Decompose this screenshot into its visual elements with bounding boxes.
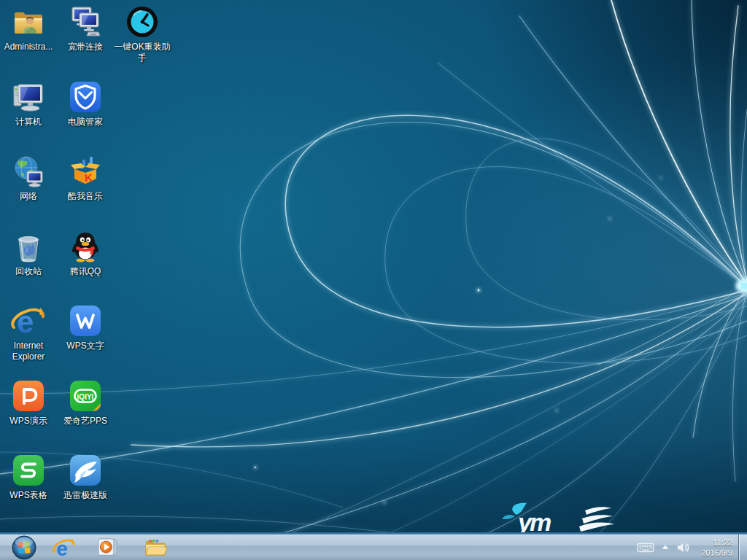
tray-clock[interactable]: 11:22 2016/9/9	[701, 537, 732, 558]
desktop-icon-label: Internet Explorer	[0, 341, 57, 362]
desktop-icon-label: 电脑管家	[68, 117, 103, 128]
ylmf-watermark-logo-icon: ym	[500, 502, 632, 537]
tray-time: 11:22	[701, 537, 732, 548]
taskbar-item-internet-explorer[interactable]: e	[48, 534, 80, 560]
show-hidden-icons-button[interactable]	[661, 544, 670, 551]
keyboard-icon	[637, 541, 654, 554]
desktop-background[interactable]: ym Administra...	[0, 0, 747, 560]
taskbar-item-windows-explorer[interactable]	[139, 534, 171, 560]
desktop-icon-onekey-ok-reinstall-assistant[interactable]: 一键OK重装助手	[114, 4, 171, 63]
desktop-icon-label: 一键OK重装助手	[114, 42, 171, 63]
tray-date: 2016/9/9	[701, 548, 732, 558]
svg-text:ym: ym	[516, 508, 551, 534]
wps-spreadsheet-icon	[11, 453, 46, 488]
iqiyi-pps-icon: iQIYI	[68, 378, 103, 413]
qq-penguin-icon	[68, 229, 103, 264]
desktop-icon-pc-manager[interactable]: 电脑管家	[57, 79, 114, 128]
user-folder-icon	[11, 4, 46, 39]
start-button[interactable]	[7, 534, 41, 560]
desktop-icon-recycle-bin[interactable]: 回收站	[0, 229, 57, 277]
desktop-icon-label: WPS文字	[66, 341, 104, 351]
desktop-icon-thunder[interactable]: 迅雷极速版	[57, 453, 114, 501]
desktop-icon-label: 爱奇艺PPS	[63, 416, 107, 427]
taskbar: e	[0, 532, 747, 560]
computer-icon	[11, 79, 46, 114]
desktop-icon-administrator[interactable]: Administra...	[0, 4, 57, 52]
show-desktop-button[interactable]	[738, 534, 747, 560]
desktop-icon-label: 腾讯QQ	[70, 266, 101, 277]
svg-text:K: K	[85, 171, 93, 184]
volume-button[interactable]	[676, 542, 692, 553]
desktop-icon-network[interactable]: 网络	[0, 154, 57, 202]
network-globe-icon	[11, 154, 46, 189]
desktop-icon-label: WPS表格	[9, 490, 47, 501]
speaker-volume-icon	[676, 542, 692, 553]
desktop-icon-label: 计算机	[15, 117, 42, 128]
desktop-icon-label: WPS演示	[9, 416, 47, 427]
internet-explorer-icon: e	[53, 536, 76, 559]
windows-media-player-icon	[96, 536, 119, 559]
desktop-icon-kuwo-music[interactable]: K 酷我音乐	[57, 154, 114, 202]
desktop-icon-label: 迅雷极速版	[63, 490, 107, 501]
pc-manager-shield-icon	[68, 79, 103, 114]
desktop-icon-label: 酷我音乐	[68, 191, 103, 202]
desktop-icon-wps-spreadsheet[interactable]: WPS表格	[0, 453, 57, 501]
show-hidden-icons-arrow-icon	[661, 544, 670, 551]
desktop-icon-label: 回收站	[15, 266, 42, 277]
desktop-icon-broadband-connection[interactable]: 宽带连接	[57, 4, 114, 52]
desktop-icon-wps-presentation[interactable]: WPS演示	[0, 378, 57, 427]
windows-explorer-folder-icon	[144, 537, 168, 559]
internet-explorer-icon: e	[11, 303, 46, 338]
desktop-icon-tencent-qq[interactable]: 腾讯QQ	[57, 229, 114, 277]
system-tray: 11:22 2016/9/9	[637, 534, 747, 560]
desktop-icon-iqiyi-pps[interactable]: iQIYI 爱奇艺PPS	[57, 378, 114, 427]
desktop-icon-wps-writer[interactable]: WPS文字	[57, 303, 114, 351]
thunder-bird-icon	[68, 453, 103, 488]
recycle-bin-icon	[11, 229, 46, 264]
desktop-icon-label: 网络	[20, 191, 37, 202]
wps-presentation-icon	[11, 378, 46, 413]
kuwo-music-box-icon: K	[68, 154, 103, 189]
desktop-icon-label: 宽带连接	[68, 42, 103, 52]
desktop-icon-internet-explorer[interactable]: e Internet Explorer	[0, 303, 57, 362]
onekey-reinstall-clock-icon	[125, 4, 160, 39]
taskbar-item-windows-media-player[interactable]	[91, 534, 123, 560]
keyboard-input-indicator[interactable]	[637, 541, 654, 554]
iqiyi-logo-text: iQIYI	[77, 393, 94, 401]
broadband-connection-icon	[68, 4, 103, 39]
desktop-icon-label: Administra...	[4, 42, 53, 52]
wps-writer-icon	[68, 303, 103, 338]
windows-start-orb-icon	[12, 535, 36, 560]
desktop-icon-computer[interactable]: 计算机	[0, 79, 57, 128]
